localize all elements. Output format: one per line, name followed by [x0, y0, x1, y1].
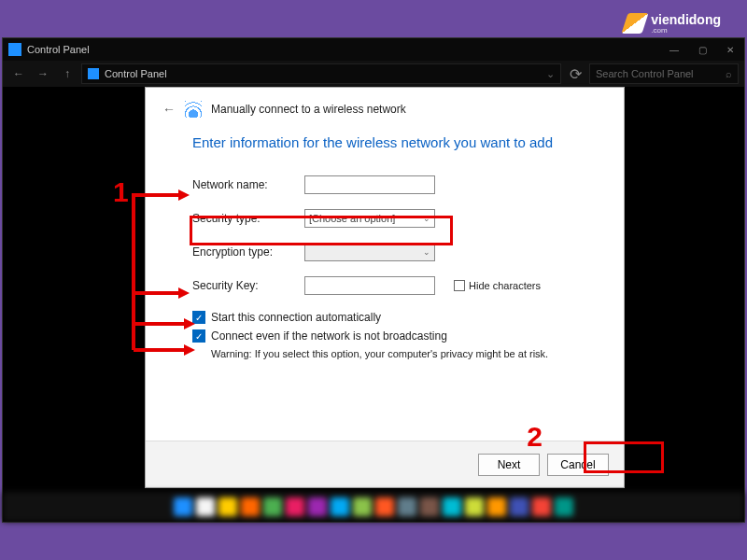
- hide-characters-checkbox[interactable]: [454, 280, 465, 291]
- wireless-network-icon: [185, 101, 202, 118]
- next-button[interactable]: Next: [478, 454, 540, 476]
- check-icon: ✓: [195, 331, 203, 342]
- connect-hidden-checkbox[interactable]: ✓: [192, 329, 205, 343]
- taskbar-item[interactable]: [218, 497, 237, 516]
- security-key-label: Security Key:: [192, 279, 304, 292]
- taskbar-item[interactable]: [420, 497, 439, 516]
- taskbar-item[interactable]: [532, 497, 551, 516]
- search-icon: ⌕: [726, 68, 732, 79]
- watermark: viendidong .com: [625, 11, 721, 35]
- privacy-warning: Warning: If you select this option, your…: [211, 348, 598, 359]
- taskbar-item[interactable]: [286, 497, 304, 516]
- hide-characters-label: Hide characters: [469, 280, 541, 291]
- auto-connect-label: Start this connection automatically: [211, 311, 381, 324]
- close-button[interactable]: ✕: [716, 45, 744, 55]
- taskbar-item[interactable]: [487, 497, 506, 516]
- taskbar-item[interactable]: [398, 497, 416, 516]
- connect-hidden-row: ✓ Connect even if the network is not bro…: [192, 329, 598, 343]
- security-type-row: Security type: [Choose an option] ⌄: [192, 206, 598, 231]
- taskbar-item[interactable]: [443, 497, 461, 516]
- check-icon: ✓: [195, 313, 203, 323]
- back-button[interactable]: ←: [8, 63, 29, 84]
- watermark-logo-icon: [622, 13, 649, 34]
- annotation-number-1: 1: [113, 176, 129, 208]
- minimize-button[interactable]: —: [660, 45, 688, 55]
- breadcrumb: Control Panel: [105, 68, 167, 79]
- wizard-heading: Enter information for the wireless netwo…: [192, 134, 598, 150]
- taskbar-item[interactable]: [331, 497, 349, 516]
- maximize-button[interactable]: ▢: [688, 45, 716, 55]
- window-title: Control Panel: [27, 44, 660, 55]
- taskbar-item[interactable]: [555, 497, 573, 516]
- taskbar-item[interactable]: [510, 497, 529, 516]
- watermark-brand: viendidong: [651, 12, 721, 27]
- wizard-body: Enter information for the wireless netwo…: [146, 125, 624, 441]
- security-type-label: Security type:: [192, 212, 304, 225]
- titlebar: Control Panel — ▢ ✕: [3, 38, 744, 61]
- app-window: Control Panel — ▢ ✕ ← → ↑ Control Panel …: [2, 37, 745, 523]
- search-placeholder: Search Control Panel: [596, 68, 694, 79]
- encryption-type-label: Encryption type:: [192, 245, 304, 259]
- annotation-connector: [132, 193, 135, 350]
- taskbar-item[interactable]: [308, 497, 327, 516]
- chevron-down-icon: ⌄: [423, 214, 430, 223]
- taskbar-item[interactable]: [375, 497, 394, 516]
- auto-connect-checkbox[interactable]: ✓: [192, 311, 205, 324]
- annotation-number-2: 2: [527, 421, 543, 453]
- address-icon: [88, 68, 99, 79]
- chevron-down-icon: ⌄: [423, 247, 430, 257]
- search-input[interactable]: Search Control Panel ⌕: [589, 63, 739, 84]
- refresh-button[interactable]: ⟳: [565, 65, 585, 83]
- nav-toolbar: ← → ↑ Control Panel ⌄ ⟳ Search Control P…: [3, 61, 744, 87]
- up-button[interactable]: ↑: [57, 63, 78, 84]
- taskbar-item[interactable]: [263, 497, 282, 516]
- cancel-button[interactable]: Cancel: [547, 454, 609, 476]
- watermark-sub: .com: [651, 26, 721, 35]
- security-type-select[interactable]: [Choose an option] ⌄: [304, 209, 435, 228]
- encryption-type-select[interactable]: ⌄: [304, 243, 435, 261]
- control-panel-icon: [8, 43, 21, 56]
- taskbar[interactable]: [3, 492, 744, 522]
- forward-button[interactable]: →: [33, 63, 53, 84]
- taskbar-item[interactable]: [196, 497, 215, 516]
- security-key-row: Security Key: Hide characters: [192, 273, 598, 298]
- chevron-down-icon[interactable]: ⌄: [546, 68, 555, 80]
- network-name-input[interactable]: [304, 175, 435, 194]
- wizard-footer: Next Cancel: [146, 441, 624, 487]
- network-name-row: Network name:: [192, 173, 598, 197]
- network-name-label: Network name:: [192, 178, 304, 191]
- taskbar-item[interactable]: [353, 497, 372, 516]
- wizard-back-button[interactable]: ←: [162, 102, 176, 117]
- wizard-header: ← Manually connect to a wireless network: [146, 88, 624, 125]
- security-key-input[interactable]: [304, 276, 435, 295]
- auto-connect-row: ✓ Start this connection automatically: [192, 311, 598, 324]
- wizard-dialog: ← Manually connect to a wireless network…: [145, 87, 625, 488]
- taskbar-item[interactable]: [465, 497, 484, 516]
- address-bar[interactable]: Control Panel ⌄: [81, 63, 561, 84]
- taskbar-item[interactable]: [241, 497, 260, 516]
- wizard-title: Manually connect to a wireless network: [211, 103, 406, 116]
- security-type-value: [Choose an option]: [309, 213, 395, 224]
- taskbar-item[interactable]: [174, 497, 192, 516]
- encryption-type-row: Encryption type: ⌄: [192, 240, 598, 264]
- hide-characters-row: Hide characters: [454, 280, 541, 291]
- connect-hidden-label: Connect even if the network is not broad…: [211, 329, 447, 343]
